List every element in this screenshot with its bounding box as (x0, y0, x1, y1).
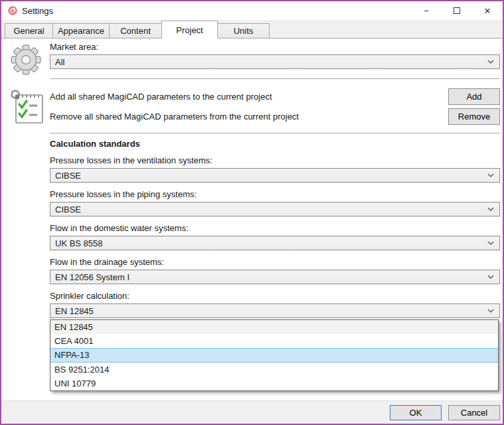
sprinkler-calculation-select[interactable]: EN 12845 (50, 303, 500, 318)
remove-parameters-text: Remove all shared MagiCAD parameters fro… (50, 112, 448, 122)
sprinkler-dropdown-list: EN 12845 CEA 4001 NFPA-13 BS 9251:2014 U… (50, 319, 499, 391)
tab-label: Project (176, 25, 203, 35)
drainage-flow-select[interactable]: EN 12056 System I (50, 270, 500, 284)
calculation-standards-heading: Calculation standards (50, 139, 500, 149)
icon-rail (1, 39, 50, 129)
combo-value: CIBSE (55, 205, 487, 214)
cancel-button[interactable]: Cancel (448, 405, 500, 420)
separator (50, 78, 500, 79)
tab-units[interactable]: Units (217, 23, 270, 38)
add-parameters-row: Add all shared MagiCAD parameters to the… (50, 88, 500, 105)
tab-project[interactable]: Project (161, 21, 218, 39)
checklist-icon (9, 89, 45, 126)
add-parameters-text: Add all shared MagiCAD parameters to the… (50, 92, 448, 102)
sprinkler-combo-anchor: EN 12845 EN 12845 CEA 4001 NFPA-13 BS 92… (50, 303, 500, 318)
piping-pressure-label: Pressure losses in the piping systems: (50, 189, 500, 200)
market-area-select[interactable]: All (50, 54, 500, 69)
close-button[interactable]: ✕ (472, 1, 503, 20)
combo-value: EN 12845 (55, 306, 487, 316)
ventilation-pressure-select[interactable]: CIBSE (50, 168, 500, 183)
minimize-button[interactable]: − (411, 1, 442, 20)
piping-pressure-select[interactable]: CIBSE (50, 202, 500, 216)
chevron-down-icon (487, 173, 494, 177)
dropdown-option-en-12845[interactable]: EN 12845 (50, 320, 498, 334)
dropdown-option-uni-10779[interactable]: UNI 10779 (50, 377, 498, 390)
tab-label: General (13, 26, 44, 36)
drainage-flow-label: Flow in the drainage systems: (50, 257, 500, 268)
chevron-down-icon (487, 241, 494, 245)
close-icon: ✕ (484, 6, 491, 16)
tab-label: Appearance (58, 26, 104, 36)
market-area-label: Market area: (50, 42, 500, 52)
ventilation-pressure-label: Pressure losses in the ventilation syste… (50, 155, 500, 166)
tab-appearance[interactable]: Appearance (52, 23, 110, 38)
gear-icon (9, 42, 43, 77)
settings-dialog: Settings − ✕ General Appearance Content … (0, 0, 504, 425)
domestic-water-flow-select[interactable]: UK BS 8558 (50, 236, 500, 250)
chevron-down-icon (487, 207, 494, 211)
remove-parameters-row: Remove all shared MagiCAD parameters fro… (50, 108, 500, 125)
separator (50, 133, 500, 133)
maximize-icon (454, 7, 460, 14)
tab-label: Units (234, 26, 254, 36)
combo-value: UK BS 8558 (55, 238, 487, 248)
combo-value: CIBSE (55, 171, 487, 181)
project-tab-panel: Market area: All Add all shared MagiCAD … (1, 39, 503, 400)
magicad-logo-icon (7, 5, 18, 16)
tab-label: Content (120, 26, 151, 36)
domestic-water-flow-label: Flow in the domestic water systems: (50, 223, 500, 234)
maximize-button[interactable] (442, 1, 472, 20)
titlebar: Settings − ✕ (1, 1, 503, 20)
minimize-icon: − (424, 6, 429, 16)
tab-content[interactable]: Content (109, 23, 162, 38)
dropdown-option-nfpa-13[interactable]: NFPA-13 (50, 348, 498, 363)
chevron-down-icon (487, 275, 494, 279)
sprinkler-calculation-label: Sprinkler calculation: (50, 291, 500, 301)
remove-button[interactable]: Remove (448, 108, 500, 125)
chevron-down-icon (487, 309, 494, 313)
add-button[interactable]: Add (448, 88, 500, 105)
market-area-value: All (55, 57, 487, 67)
window-title: Settings (22, 6, 53, 16)
tab-strip: General Appearance Content Project Units (1, 20, 503, 39)
dropdown-option-cea-4001[interactable]: CEA 4001 (50, 334, 498, 348)
combo-value: EN 12056 System I (55, 272, 487, 282)
dialog-footer: OK Cancel (1, 400, 503, 424)
ok-button[interactable]: OK (390, 405, 442, 420)
dropdown-option-bs-9251[interactable]: BS 9251:2014 (50, 363, 498, 377)
tab-general[interactable]: General (5, 23, 53, 38)
chevron-down-icon (487, 60, 494, 64)
